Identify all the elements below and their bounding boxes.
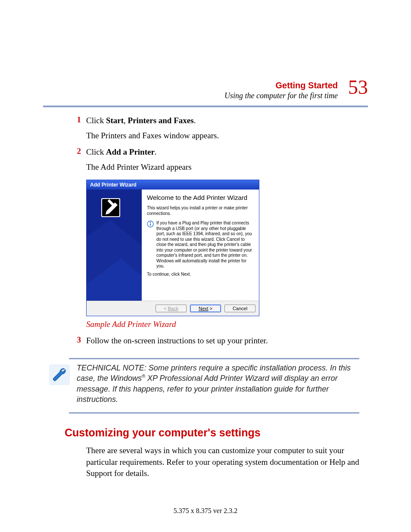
step-1: 1 Click Start, Printers and Faxes. The P… (69, 115, 359, 145)
step-number: 2 (69, 146, 86, 176)
header-rule (43, 106, 368, 107)
wizard-info-text: If you have a Plug and Play printer that… (156, 221, 254, 269)
wizard-sidebar-graphic (87, 190, 142, 301)
step-text: . (155, 147, 157, 156)
step-text: Click (86, 116, 106, 125)
chapter-title: Getting Started (224, 80, 338, 90)
step-follow: The Add Printer Wizard appears (86, 162, 359, 173)
wizard-main-panel: Welcome to the Add Printer Wizard This w… (142, 190, 259, 301)
add-printer-wizard-window: Add Printer Wizard Welcome to (86, 180, 259, 316)
printer-graphic-icon (87, 190, 142, 301)
page-header: Getting Started Using the computer for t… (43, 78, 368, 100)
step-body: Click Start, Printers and Faxes. The Pri… (86, 115, 359, 145)
step-2: 2 Click Add a Printer. The Add Printer W… (69, 146, 359, 176)
wizard-heading: Welcome to the Add Printer Wizard (147, 194, 254, 201)
step-number: 3 (69, 335, 86, 350)
wizard-body: Welcome to the Add Printer Wizard This w… (87, 190, 259, 301)
wrench-icon (47, 363, 72, 389)
section-heading: Customizing your computer's settings (65, 426, 359, 439)
step-text: , (124, 116, 128, 125)
figure-caption: Sample Add Printer Wizard (86, 320, 359, 329)
info-icon (147, 221, 154, 272)
section-body: There are several ways in which you can … (86, 445, 359, 479)
note-text: TECHNICAL NOTE: Some printers require a … (77, 363, 359, 404)
note-top-rule (69, 358, 359, 359)
wizard-info-block: If you have a Plug and Play printer that… (147, 221, 254, 272)
step-text: Follow the on-screen instructions to set… (86, 335, 359, 347)
step-bold: Printers and Faxes (128, 116, 194, 125)
wizard-button-bar: < Back Next > Cancel (87, 301, 259, 316)
page-footer: 5.375 x 8.375 ver 2.3.2 (0, 507, 411, 515)
step-body: Click Add a Printer. The Add Printer Wiz… (86, 146, 359, 176)
next-button[interactable]: Next > (190, 305, 221, 312)
registered-mark: ® (142, 373, 145, 379)
note-label: TECHNICAL NOTE: (77, 364, 146, 372)
back-button[interactable]: < Back (156, 305, 187, 312)
header-text-block: Getting Started Using the computer for t… (224, 80, 338, 100)
wizard-continue-text: To continue, click Next. (147, 272, 254, 277)
wizard-intro-text: This wizard helps you install a printer … (147, 205, 254, 216)
svg-rect-10 (150, 224, 151, 226)
svg-point-9 (150, 222, 151, 224)
step-bold: Start (106, 116, 124, 125)
step-3: 3 Follow the on-screen instructions to s… (69, 335, 359, 350)
page-content: 1 Click Start, Printers and Faxes. The P… (69, 115, 359, 479)
step-body: Follow the on-screen instructions to set… (86, 335, 359, 350)
chapter-subtitle: Using the computer for the first time (224, 91, 338, 100)
cancel-button[interactable]: Cancel (224, 305, 255, 312)
page-number: 53 (348, 78, 368, 97)
note-bottom-rule (69, 412, 359, 414)
document-page: Getting Started Using the computer for t… (0, 0, 411, 532)
step-follow: The Printers and Faxes window appears. (86, 130, 359, 142)
step-number: 1 (69, 115, 86, 145)
wizard-titlebar: Add Printer Wizard (87, 180, 259, 190)
step-text: Click (86, 147, 106, 156)
step-bold: Add a Printer (106, 147, 155, 156)
technical-note: TECHNICAL NOTE: Some printers require a … (47, 363, 359, 404)
step-text: . (194, 116, 196, 125)
